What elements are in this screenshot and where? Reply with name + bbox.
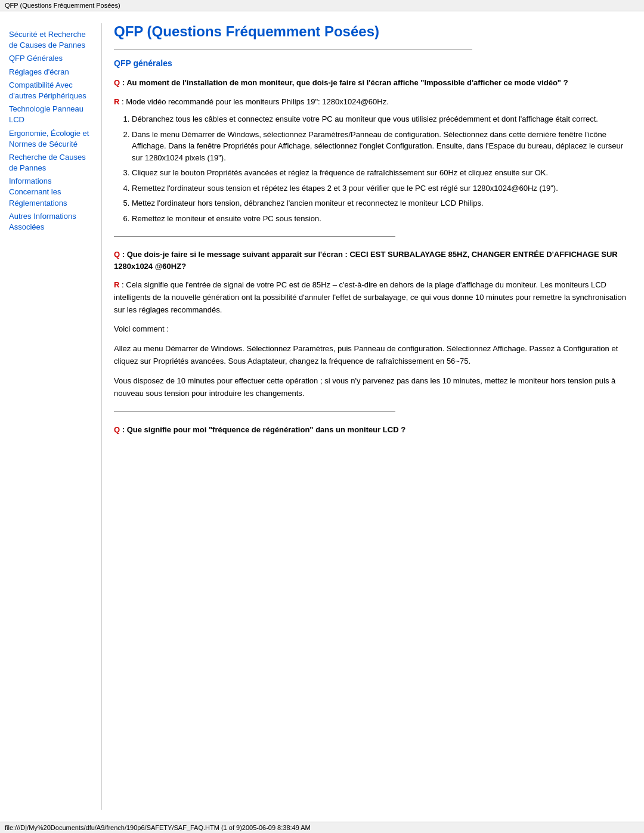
question-2-text: Q : Que dois-je faire si le message suiv…: [114, 249, 626, 272]
q1-answer-intro: R : Mode vidéo recommandé pour les monit…: [114, 96, 626, 108]
sidebar-item-ergonomie[interactable]: Ergonomie, Écologie et Normes de Sécurit…: [9, 128, 92, 150]
q2-answer-body: : Cela signifie que l'entrée de signal d…: [114, 280, 626, 314]
main-container: Sécurité et Recherche de Causes de Panne…: [0, 11, 644, 822]
sidebar-item-informations[interactable]: Informations Concernant les Réglementati…: [9, 176, 92, 209]
sidebar-link-reglages[interactable]: Réglages d'écran: [9, 67, 92, 78]
q2-paragraph2: Vous disposez de 10 minutes pour effectu…: [114, 375, 626, 400]
status-bar-text: file:///D|/My%20Documents/dfu/A9/french/…: [5, 824, 311, 831]
divider-q2-q3: [114, 411, 395, 412]
sidebar-item-technologie[interactable]: Technologie Panneau LCD: [9, 104, 92, 125]
q1-step-1: Débranchez tous les câbles et connectez …: [132, 113, 626, 125]
voici-comment: Voici comment :: [114, 323, 626, 336]
q2-paragraph1: Allez au menu Démarrer de Windows. Sélec…: [114, 343, 626, 368]
sidebar-link-recherche[interactable]: Recherche de Causes de Pannes: [9, 152, 92, 174]
sidebar-item-qfp[interactable]: QFP Générales: [9, 53, 92, 64]
sidebar: Sécurité et Recherche de Causes de Panne…: [0, 23, 101, 810]
q1-step-4: Remettez l'ordinateur sous tension et ré…: [132, 182, 626, 194]
status-bar: file:///D|/My%20Documents/dfu/A9/french/…: [0, 822, 644, 833]
q1-step-3: Cliquez sur le bouton Propriétés avancée…: [132, 167, 626, 179]
sidebar-item-compatibilite[interactable]: Compatibilité Avec d'autres Périphérique…: [9, 80, 92, 101]
page-title: QFP (Questions Fréquemment Posées): [114, 23, 626, 40]
r1-label: R: [114, 97, 119, 106]
r2-label: R: [114, 280, 119, 289]
q1-steps-list: Débranchez tous les câbles et connectez …: [132, 113, 626, 224]
q3-text: : Que signifie pour moi "fréquence de ré…: [122, 425, 405, 434]
sidebar-link-securite[interactable]: Sécurité et Recherche de Causes de Panne…: [9, 29, 92, 51]
q1-answer-text: : Mode vidéo recommandé pour les moniteu…: [122, 97, 389, 106]
sidebar-link-technologie[interactable]: Technologie Panneau LCD: [9, 104, 92, 125]
sidebar-link-ergonomie[interactable]: Ergonomie, Écologie et Normes de Sécurit…: [9, 128, 92, 150]
q2-label: Q: [114, 250, 120, 259]
title-bar-text: QFP (Questions Fréquemment Posées): [5, 2, 120, 9]
sidebar-item-autres[interactable]: Autres Informations Associées: [9, 211, 92, 233]
q1-step-2: Dans le menu Démarrer de Windows, sélect…: [132, 129, 626, 164]
question-block-2: Q : Que dois-je faire si le message suiv…: [114, 249, 626, 400]
sidebar-link-autres[interactable]: Autres Informations Associées: [9, 211, 92, 233]
q1-step-6: Remettez le moniteur et ensuite votre PC…: [132, 213, 626, 225]
question-1-text: Q : Au moment de l'installation de mon m…: [114, 77, 626, 89]
q1-text: : Au moment de l'installation de mon mon…: [122, 78, 568, 87]
question-3-text: Q : Que signifie pour moi "fréquence de …: [114, 424, 626, 436]
divider-top: [114, 49, 472, 49]
sidebar-link-informations[interactable]: Informations Concernant les Réglementati…: [9, 176, 92, 209]
sidebar-link-qfp[interactable]: QFP Générales: [9, 53, 92, 64]
sidebar-link-compatibilite[interactable]: Compatibilité Avec d'autres Périphérique…: [9, 80, 92, 101]
sidebar-item-reglages[interactable]: Réglages d'écran: [9, 67, 92, 78]
q3-label: Q: [114, 425, 120, 434]
content-area: QFP (Questions Fréquemment Posées) QFP g…: [101, 23, 644, 810]
title-bar: QFP (Questions Fréquemment Posées): [0, 0, 644, 11]
q2-answer-text: R : Cela signifie que l'entrée de signal…: [114, 279, 626, 316]
divider-q1-q2: [114, 236, 395, 237]
sidebar-item-recherche[interactable]: Recherche de Causes de Pannes: [9, 152, 92, 174]
question-block-1: Q : Au moment de l'installation de mon m…: [114, 77, 626, 224]
section-title-qfp: QFP générales: [114, 58, 626, 68]
q2-text: : Que dois-je faire si le message suivan…: [114, 250, 618, 271]
question-block-3: Q : Que signifie pour moi "fréquence de …: [114, 424, 626, 436]
sidebar-item-securite[interactable]: Sécurité et Recherche de Causes de Panne…: [9, 29, 92, 51]
q1-label: Q: [114, 78, 120, 87]
q1-step-5: Mettez l'ordinateur hors tension, débran…: [132, 197, 626, 209]
